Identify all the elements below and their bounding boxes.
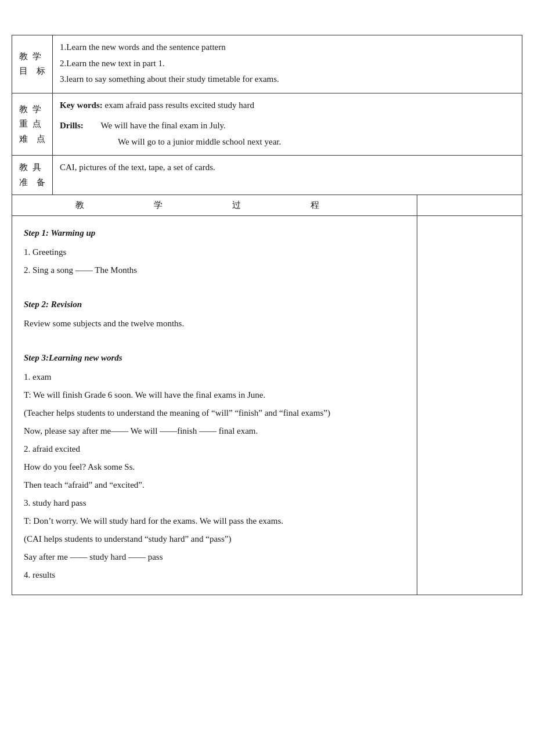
step3-item8: 3. study hard pass bbox=[24, 495, 405, 511]
step2-title: Step 2: Revision bbox=[24, 297, 405, 312]
page: 教学 目标 1.Learn the new words and the sent… bbox=[12, 35, 522, 595]
drill1: We will have the final exam in July. bbox=[101, 121, 226, 130]
row-key-points: 教学 重点 难点 Key words: exam afraid pass res… bbox=[12, 93, 522, 156]
step3-item12: 4. results bbox=[24, 567, 405, 583]
content-materials: CAI, pictures of the text, tape, a set o… bbox=[53, 156, 522, 195]
objective-2: 2.Learn the new text in part 1. bbox=[60, 56, 515, 71]
step3-item4: Now, please say after me—— We will ——fin… bbox=[24, 423, 405, 439]
step3-item9: T: Don’t worry. We will study hard for t… bbox=[24, 513, 405, 529]
process-header-right bbox=[417, 195, 522, 215]
step3-item5: 2. afraid excited bbox=[24, 441, 405, 457]
materials-text: CAI, pictures of the text, tape, a set o… bbox=[60, 160, 515, 175]
process-body: Step 1: Warming up 1. Greetings 2. Sing … bbox=[12, 216, 522, 595]
label-key-points: 教学 重点 难点 bbox=[12, 93, 53, 156]
keywords-label: Key words: bbox=[60, 100, 103, 110]
process-header: 教 学 过 程 bbox=[12, 195, 522, 216]
step1-item2: 2. Sing a song —— The Months bbox=[24, 262, 405, 278]
row-objectives: 教学 目标 1.Learn the new words and the sent… bbox=[12, 35, 522, 93]
row-materials: 教具 准备 CAI, pictures of the text, tape, a… bbox=[12, 156, 522, 195]
step1-title: Step 1: Warming up bbox=[24, 225, 405, 241]
keywords-values: exam afraid pass results excited study h… bbox=[105, 100, 254, 110]
step3-title: Step 3:Learning new words bbox=[24, 350, 405, 366]
keywords-line: Key words: exam afraid pass results exci… bbox=[60, 98, 515, 113]
process-side bbox=[417, 216, 522, 595]
step3-item11: Say after me —— study hard —— pass bbox=[24, 549, 405, 565]
info-table: 教学 目标 1.Learn the new words and the sent… bbox=[12, 35, 522, 195]
objective-1: 1.Learn the new words and the sentence p… bbox=[60, 40, 515, 55]
step3-item3: (Teacher helps students to understand th… bbox=[24, 405, 405, 421]
process-section: 教 学 过 程 Step 1: Warming up 1. Greetings … bbox=[12, 195, 522, 595]
objective-3: 3.learn to say something about their stu… bbox=[60, 72, 515, 87]
step2-item1: Review some subjects and the twelve mont… bbox=[24, 316, 405, 332]
step3-item2: T: We will finish Grade 6 soon. We will … bbox=[24, 387, 405, 403]
label-materials: 教具 准备 bbox=[12, 156, 53, 195]
label-objectives: 教学 目标 bbox=[12, 35, 53, 93]
step3-item6: How do you feel? Ask some Ss. bbox=[24, 459, 405, 475]
drill-spacing bbox=[86, 121, 99, 130]
process-header-title: 教 学 过 程 bbox=[12, 195, 417, 215]
process-main: Step 1: Warming up 1. Greetings 2. Sing … bbox=[12, 216, 417, 595]
drills-line2: We will go to a junior middle school nex… bbox=[60, 135, 515, 150]
step1-item1: 1. Greetings bbox=[24, 244, 405, 260]
drills-label: Drills: bbox=[60, 121, 84, 130]
step3-item7: Then teach “afraid” and “excited”. bbox=[24, 477, 405, 493]
content-key-points: Key words: exam afraid pass results exci… bbox=[53, 93, 522, 156]
drills-line1: Drills: We will have the final exam in J… bbox=[60, 118, 515, 134]
content-objectives: 1.Learn the new words and the sentence p… bbox=[53, 35, 522, 93]
step3-item1: 1. exam bbox=[24, 369, 405, 385]
step3-item10: (CAI helps students to understand “study… bbox=[24, 531, 405, 547]
drill2: We will go to a junior middle school nex… bbox=[118, 137, 281, 146]
